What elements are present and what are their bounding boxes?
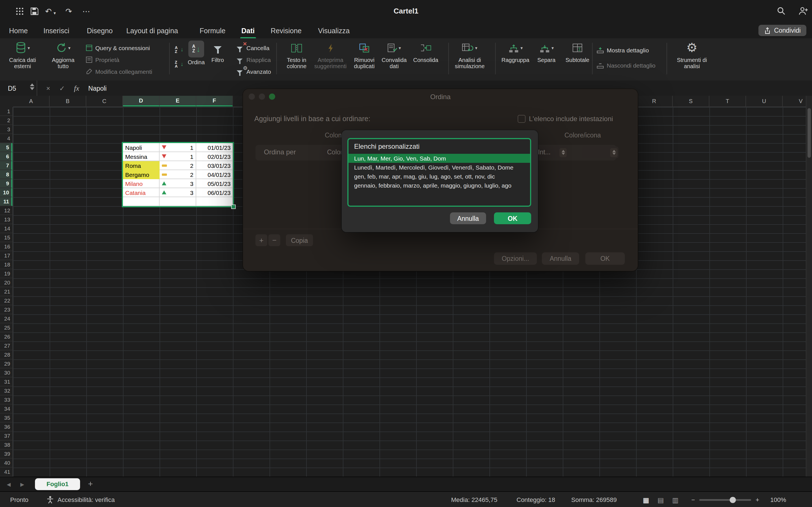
filter-button[interactable]: Filtro	[204, 41, 231, 78]
row-header-34[interactable]: 34	[0, 404, 12, 413]
cell-D10[interactable]: Catania	[123, 188, 160, 197]
flash-fill-button[interactable]: Anteprima suggerimenti	[311, 41, 350, 78]
row-header-33[interactable]: 33	[0, 395, 12, 404]
sort-color-dropdown[interactable]	[582, 147, 619, 158]
zoom-slider[interactable]	[699, 499, 751, 501]
vertical-scrollbar-thumb[interactable]	[808, 108, 811, 158]
row-header-29[interactable]: 29	[0, 359, 12, 369]
queries-connections-button[interactable]: Query & connessioni	[86, 43, 150, 52]
clear-filter-button[interactable]: ✕ Cancella	[236, 43, 269, 52]
tab-home[interactable]: Home	[8, 25, 29, 37]
row-header-24[interactable]: 24	[0, 314, 12, 323]
row-header-19[interactable]: 19	[0, 269, 12, 278]
zoom-slider-thumb[interactable]	[730, 497, 736, 503]
cell-D8[interactable]: Bergamo	[123, 170, 160, 179]
cell-F5[interactable]: 01/01/23	[196, 143, 233, 152]
tab-visualizza[interactable]: Visualizza	[317, 25, 351, 37]
cancel-entry-icon[interactable]: ×	[46, 84, 50, 92]
row-header-35[interactable]: 35	[0, 413, 12, 422]
show-detail-button[interactable]: Mostra dettaglio	[597, 46, 649, 54]
cell-E10[interactable]: 3	[160, 188, 196, 197]
consolidate-button[interactable]: Consolida	[410, 41, 441, 78]
row-header-20[interactable]: 20	[0, 278, 12, 287]
headers-checkbox[interactable]	[518, 115, 525, 123]
column-header-U[interactable]: U	[746, 96, 783, 107]
what-if-analysis-button[interactable]: ▾ Analisi di simulazione	[452, 41, 488, 78]
row-header-26[interactable]: 26	[0, 332, 12, 341]
sort-ascending-button[interactable]: AZ ↓	[175, 45, 183, 54]
cell-D9[interactable]: Milano	[123, 179, 160, 188]
column-header-T[interactable]: T	[709, 96, 746, 107]
row-header-7[interactable]: 7	[0, 161, 12, 170]
accessibility-status[interactable]: Accessibilità: verifica	[57, 496, 115, 503]
cell-F8[interactable]: 04/01/23	[196, 170, 233, 179]
column-header-A[interactable]: A	[13, 96, 50, 107]
text-to-columns-button[interactable]: Testo in colonne	[281, 41, 312, 78]
row-header-8[interactable]: 8	[0, 170, 12, 179]
sheet-tab-foglio1[interactable]: Foglio1	[35, 478, 80, 490]
cell-D5[interactable]: Napoli	[123, 143, 160, 152]
row-header-22[interactable]: 22	[0, 296, 12, 305]
formula-input[interactable]: Napoli	[88, 85, 107, 92]
zoom-in-button[interactable]: +	[756, 496, 759, 503]
tab-dati[interactable]: Dati	[240, 25, 256, 37]
column-header-S[interactable]: S	[673, 96, 709, 107]
column-header-R[interactable]: R	[636, 96, 673, 107]
row-header-27[interactable]: 27	[0, 341, 12, 350]
analysis-tools-button[interactable]: ⚙ Strumenti di analisi	[673, 41, 711, 78]
advanced-button[interactable]: ⚙ Avanzato	[236, 67, 271, 75]
row-header-1[interactable]: 1	[0, 107, 12, 116]
search-icon[interactable]	[777, 7, 785, 15]
column-header-C[interactable]: C	[86, 96, 123, 107]
dialog-ok-button[interactable]: OK	[585, 252, 625, 265]
custom-list-item-4[interactable]: gennaio, febbraio, marzo, aprile, maggio…	[349, 181, 530, 190]
copy-level-button[interactable]: Copia	[286, 234, 313, 246]
row-header-6[interactable]: 6	[0, 152, 12, 161]
share-user-icon[interactable]	[799, 7, 808, 15]
add-level-button[interactable]: +	[255, 234, 267, 246]
row-header-10[interactable]: 10	[0, 188, 12, 197]
tab-formule[interactable]: Formule	[199, 25, 227, 37]
name-box[interactable]: D5	[0, 80, 37, 96]
custom-list-item-1[interactable]: Lun, Mar, Mer, Gio, Ven, Sab, Dom	[349, 154, 530, 163]
refresh-all-button[interactable]: ▾ Aggiorna tutto	[46, 41, 80, 78]
column-header-E[interactable]: E	[160, 96, 196, 107]
dialog-cancel-button[interactable]: Annulla	[542, 252, 579, 265]
row-header-31[interactable]: 31	[0, 378, 12, 386]
column-header-F[interactable]: F	[196, 96, 233, 107]
properties-button[interactable]: Proprietà	[86, 55, 119, 64]
page-break-view-icon[interactable]: ▥	[672, 496, 679, 504]
row-header-11[interactable]: 11	[0, 197, 12, 206]
row-header-18[interactable]: 18	[0, 260, 12, 269]
tab-layout[interactable]: Layout di pagina	[125, 25, 179, 37]
column-header-D[interactable]: D	[123, 96, 160, 107]
row-header-17[interactable]: 17	[0, 251, 12, 260]
tab-revisione[interactable]: Revisione	[269, 25, 303, 37]
tab-disegno[interactable]: Disegno	[86, 25, 114, 37]
column-header-B[interactable]: B	[50, 96, 86, 107]
row-header-14[interactable]: 14	[0, 224, 12, 233]
subtotal-button[interactable]: Σ Subtotale	[563, 41, 592, 78]
cell-E8[interactable]: 2	[160, 170, 196, 179]
cell-F9[interactable]: 05/01/23	[196, 179, 233, 188]
custom-list-item-3[interactable]: gen, feb, mar, apr, mag, giu, lug, ago, …	[349, 172, 530, 181]
sheet-cancel-button[interactable]: Annulla	[450, 212, 486, 224]
row-header-39[interactable]: 39	[0, 450, 12, 459]
cell-E6[interactable]: 1	[160, 152, 196, 161]
row-header-13[interactable]: 13	[0, 215, 12, 224]
cell-D7[interactable]: Roma	[123, 161, 160, 170]
prev-sheet-icon[interactable]: ◀	[7, 482, 11, 487]
cell-E7[interactable]: 2	[160, 161, 196, 170]
data-table[interactable]: Napoli101/01/23Messina102/01/23Roma203/0…	[123, 143, 233, 206]
row-header-38[interactable]: 38	[0, 441, 12, 450]
row-header-28[interactable]: 28	[0, 350, 12, 359]
zoom-out-button[interactable]: −	[691, 496, 695, 503]
row-header-12[interactable]: 12	[0, 206, 12, 215]
row-header-16[interactable]: 16	[0, 242, 12, 251]
data-validation-button[interactable]: ▾ Convalida dati	[379, 41, 409, 78]
get-external-data-button[interactable]: ▾ Carica dati esterni	[4, 41, 41, 78]
row-header-9[interactable]: 9	[0, 179, 12, 188]
row-header-37[interactable]: 37	[0, 432, 12, 441]
hide-detail-button[interactable]: Nascondi dettaglio	[597, 61, 656, 69]
custom-list-item-2[interactable]: Lunedì, Martedì, Mercoledì, Giovedì, Ven…	[349, 163, 530, 172]
